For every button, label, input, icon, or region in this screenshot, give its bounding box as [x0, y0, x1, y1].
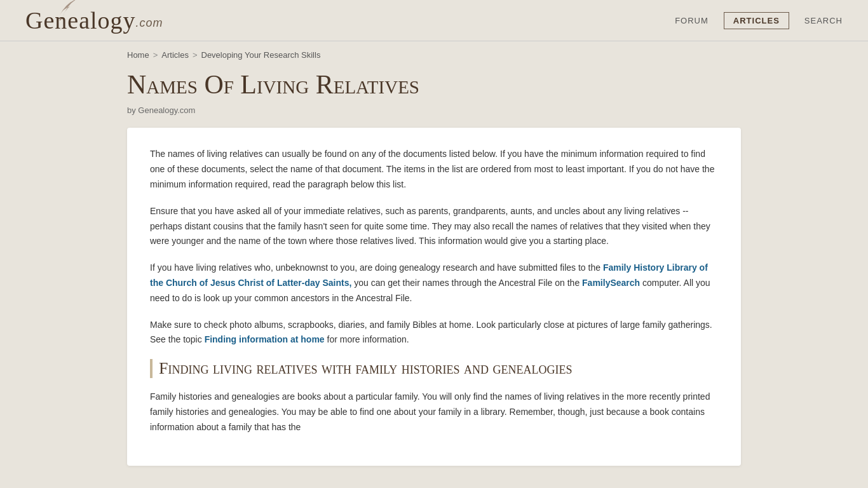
breadcrumb: Home > Articles > Developing Your Resear…	[0, 41, 868, 69]
familysearch-link[interactable]: FamilySearch	[582, 278, 640, 288]
site-header: Genealogy.com FORUM ARTICLES SEARCH	[0, 0, 868, 41]
paragraph-4: Make sure to check photo albums, scrapbo…	[150, 318, 718, 348]
forum-nav-link[interactable]: FORUM	[675, 16, 709, 25]
section-paragraph-1: Family histories and genealogies are boo…	[150, 390, 718, 435]
main-nav: FORUM ARTICLES SEARCH	[675, 12, 843, 29]
article-body: The names of living relatives can usuall…	[150, 147, 718, 435]
breadcrumb-sep-2: >	[193, 50, 198, 60]
page-content: Names of living relatives by Genealogy.c…	[0, 69, 868, 488]
search-nav-link[interactable]: SEARCH	[804, 16, 843, 25]
article-byline: by Genealogy.com	[127, 105, 741, 115]
paragraph-2: Ensure that you have asked all of your i…	[150, 204, 718, 249]
breadcrumb-sep-1: >	[153, 50, 158, 60]
p3-text-before: If you have living relatives who, unbekn…	[150, 262, 603, 273]
paragraph-3: If you have living relatives who, unbekn…	[150, 261, 718, 306]
paragraph-1: The names of living relatives can usuall…	[150, 147, 718, 192]
section-heading-1: Finding living relatives with family his…	[150, 359, 718, 378]
p3-text-middle: you can get their names through the Ance…	[351, 278, 582, 288]
logo-text[interactable]: Genealogy.com	[25, 7, 163, 34]
breadcrumb-current: Developing Your Research Skills	[201, 50, 321, 60]
logo-area[interactable]: Genealogy.com	[25, 6, 163, 34]
breadcrumb-home[interactable]: Home	[127, 50, 149, 60]
articles-nav-link[interactable]: ARTICLES	[724, 12, 789, 29]
p4-text-after: for more information.	[325, 334, 409, 344]
article-card: The names of living relatives can usuall…	[127, 128, 741, 465]
article-title: Names of living relatives	[127, 69, 741, 100]
finding-info-link[interactable]: Finding information at home	[205, 334, 325, 344]
breadcrumb-articles[interactable]: Articles	[161, 50, 189, 60]
